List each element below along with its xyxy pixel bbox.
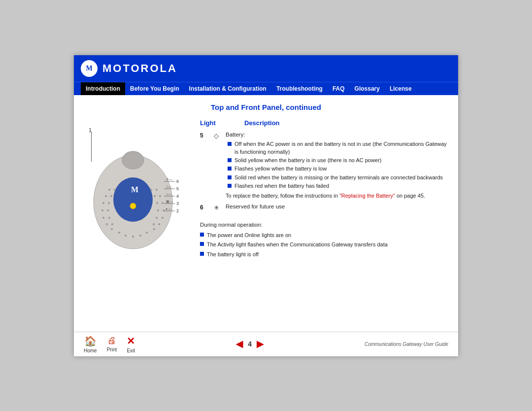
svg-text:6: 6	[176, 179, 179, 184]
svg-text:3: 3	[176, 201, 179, 206]
svg-point-3	[122, 151, 144, 169]
svg-point-20	[159, 195, 161, 197]
entry-6-label: Reserved for future use	[226, 203, 448, 211]
nav-bar: Introduction Before You Begin Installati…	[74, 82, 458, 95]
svg-text:4: 4	[176, 194, 179, 199]
svg-point-25	[153, 228, 155, 230]
bullet-text: Flashes red when the battery has failed	[234, 182, 329, 190]
nav-item-license[interactable]: License	[385, 82, 417, 95]
svg-point-31	[153, 223, 155, 225]
svg-point-30	[156, 217, 158, 219]
home-button[interactable]: 🏠 Home	[84, 335, 97, 353]
page-number: 4	[248, 340, 252, 348]
nav-item-troubleshooting[interactable]: Troubleshooting	[271, 82, 328, 95]
svg-point-23	[162, 217, 164, 219]
guide-title: Communications Gateway User Guide	[365, 342, 448, 347]
bullet-text: The power and Online lights are on	[207, 231, 291, 240]
bullet-item: Flashes red when the battery has failed	[228, 182, 448, 190]
next-page-button[interactable]: ▶	[257, 339, 264, 349]
svg-point-18	[111, 223, 113, 225]
header: M MOTOROLA	[74, 55, 458, 82]
svg-text:M: M	[131, 185, 138, 194]
entry-6: 6 ✳ Reserved for future use	[200, 203, 448, 213]
brand-name: MOTOROLA	[102, 62, 177, 75]
svg-point-17	[108, 217, 110, 219]
footer-nav-buttons: 🏠 Home 🖨 Print ✕ Exit	[84, 335, 135, 353]
svg-point-34	[132, 236, 134, 238]
normal-operation-section: During normal operation: The power and O…	[200, 221, 448, 259]
nav-item-installation[interactable]: Installation & Configuration	[184, 82, 271, 95]
svg-point-19	[156, 189, 158, 191]
bullet-text: Flashes yellow when the battery is low	[234, 165, 327, 172]
entry-5-bullets: Off when the AC power is on and the batt…	[228, 140, 448, 190]
svg-point-16	[107, 209, 109, 211]
svg-text:2: 2	[176, 208, 179, 213]
svg-point-10	[102, 217, 104, 219]
svg-point-14	[110, 195, 112, 197]
svg-point-4	[113, 177, 153, 222]
bullet-text: Off when the AC power is on and the batt…	[234, 140, 448, 156]
entry-6-num: 6	[200, 203, 210, 212]
bullet-icon	[228, 184, 232, 188]
entry-6-icon: ✳	[214, 203, 222, 213]
svg-point-28	[156, 202, 158, 204]
svg-point-29	[157, 209, 159, 211]
svg-point-36	[146, 232, 148, 234]
bullet-icon	[228, 175, 232, 179]
line-1	[91, 132, 92, 162]
svg-point-5	[130, 203, 136, 209]
svg-text:⌂—: ⌂—	[166, 192, 171, 196]
exit-button[interactable]: ✕ Exit	[127, 335, 135, 353]
bullet-icon	[200, 233, 204, 237]
bullet-item: Off when the AC power is on and the batt…	[228, 140, 448, 156]
replace-battery-link[interactable]: "Replacing the Battery"	[339, 193, 395, 199]
footer-page-nav: ◀ 4 ▶	[135, 339, 365, 349]
nav-item-faq[interactable]: FAQ	[328, 82, 350, 95]
svg-point-11	[106, 223, 108, 225]
svg-text:◇—: ◇—	[166, 185, 172, 188]
normal-op-bullet-2: The Activity light flashes when the Comm…	[200, 240, 448, 249]
normal-op-bullet-1: The power and Online lights are on	[200, 231, 448, 240]
entry-6-content: Reserved for future use	[226, 203, 448, 211]
svg-point-24	[158, 223, 160, 225]
normal-op-bullet-3: The battery light is off	[200, 250, 448, 259]
svg-point-8	[102, 202, 104, 204]
col-desc-header: Description	[244, 118, 280, 128]
prev-page-button[interactable]: ◀	[236, 339, 243, 349]
print-icon: 🖨	[107, 336, 116, 346]
bullet-item: Flashes yellow when the battery is low	[228, 165, 448, 172]
entry-5-label: Battery:	[226, 131, 448, 139]
svg-point-7	[105, 195, 107, 197]
svg-text:5: 5	[176, 186, 179, 191]
svg-point-33	[125, 235, 127, 237]
info-panel: Light Description 5 ◇ Battery: Off when …	[200, 118, 448, 327]
svg-text:▸—: ▸—	[166, 207, 171, 210]
print-button[interactable]: 🖨 Print	[107, 336, 117, 352]
bullet-text: Solid yellow when the battery is in use …	[234, 157, 381, 164]
svg-point-9	[101, 209, 103, 211]
entry-5: 5 ◇ Battery: Off when the AC power is on…	[200, 131, 448, 200]
svg-text:▦—: ▦—	[166, 200, 173, 203]
svg-point-35	[139, 235, 141, 237]
svg-point-32	[118, 232, 120, 234]
nav-item-introduction[interactable]: Introduction	[81, 82, 125, 95]
exit-label: Exit	[127, 348, 135, 353]
column-headers: Light Description	[200, 118, 448, 128]
motorola-logo: M	[81, 60, 98, 77]
device-image: 6 5 4 3 2 ✳— ◇— ⌂— ▦— ▸— M	[84, 123, 182, 256]
content-area: Top and Front Panel, continued 1	[74, 95, 458, 332]
home-label: Home	[84, 348, 97, 353]
bullet-icon	[200, 252, 204, 256]
home-icon: 🏠	[84, 335, 97, 347]
nav-item-before-you-begin[interactable]: Before You Begin	[125, 82, 184, 95]
bullet-item: Solid red when the battery is missing or…	[228, 174, 448, 181]
bullet-text: The Activity light flashes when the Comm…	[207, 240, 388, 249]
svg-point-27	[154, 195, 156, 197]
bullet-icon	[228, 158, 232, 162]
page-title: Top and Front Panel, continued	[84, 103, 448, 111]
svg-point-21	[162, 202, 164, 204]
bullet-text: Solid red when the battery is missing or…	[234, 174, 443, 181]
bullet-text: The battery light is off	[207, 250, 259, 259]
nav-item-glossary[interactable]: Glossary	[350, 82, 385, 95]
col-light-header: Light	[200, 118, 230, 128]
